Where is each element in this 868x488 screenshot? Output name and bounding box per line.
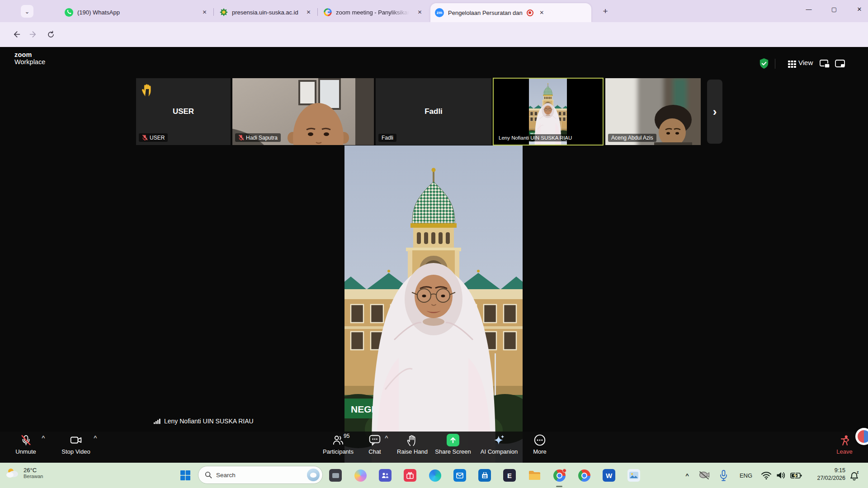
e-letter: E: [507, 472, 512, 479]
security-shield-icon[interactable]: [759, 57, 769, 70]
mic-options-chevron[interactable]: ^: [42, 434, 45, 441]
back-button[interactable]: [10, 28, 23, 41]
window-maximize-button[interactable]: ▢: [826, 0, 843, 18]
tab-close-icon[interactable]: ✕: [415, 8, 424, 17]
clock-widget[interactable]: 9:15 27/02/2026: [808, 467, 845, 482]
more-button[interactable]: More: [512, 432, 568, 463]
picture-in-picture-icon[interactable]: [819, 59, 830, 68]
search-placeholder: Search: [216, 472, 303, 479]
whatsapp-icon: [65, 8, 73, 17]
w-letter: W: [606, 472, 612, 479]
next-participants-button[interactable]: ›: [707, 80, 722, 144]
forward-arrow-icon: [29, 30, 38, 39]
search-highlight-icon[interactable]: [307, 469, 320, 481]
participant-name-text: Hadi Saputra: [246, 135, 278, 141]
view-button[interactable]: View: [798, 59, 813, 66]
reload-button[interactable]: [44, 28, 57, 41]
back-arrow-icon: [12, 30, 21, 39]
participant-name-text: Aceng Abdul Azis: [611, 135, 653, 141]
screen: ⌄ (190) WhatsApp ✕ presensia.uin-suska.a…: [0, 0, 868, 488]
forward-button[interactable]: [27, 28, 40, 41]
tab-close-icon[interactable]: ✕: [200, 8, 209, 17]
tab-zoom-meeting-search[interactable]: zoom meeting - Panyliksikan Go ✕: [320, 4, 428, 20]
tab-close-icon[interactable]: ✕: [538, 9, 546, 17]
participant-name-label: Hadi Saputra: [235, 133, 281, 142]
bell-z-text: z: [857, 470, 859, 474]
chat-icon: [368, 434, 381, 446]
reload-icon: [47, 30, 55, 39]
tab-search-chevron-icon: ⌄: [25, 8, 30, 15]
camera-off-tray-icon[interactable]: [698, 469, 711, 482]
chrome-icon-active[interactable]: [553, 469, 566, 482]
active-speaker-name: Leny Nofianti UIN SUSKA RIAU: [164, 418, 254, 425]
word-icon[interactable]: W: [603, 469, 615, 482]
teams-icon[interactable]: [379, 469, 392, 482]
tray-overflow-chevron[interactable]: ^: [682, 470, 693, 481]
wifi-icon[interactable]: [760, 470, 772, 481]
tab-presensia[interactable]: presensia.uin-suska.ac.id ✕: [216, 4, 316, 20]
share-screen-label: Share Screen: [435, 448, 471, 455]
tab-whatsapp[interactable]: (190) WhatsApp ✕: [61, 4, 212, 20]
snip-tool-icon[interactable]: [329, 469, 342, 482]
video-options-chevron[interactable]: ^: [94, 434, 97, 441]
tab-zoom-active[interactable]: zm Pengelolaan Persuratan dan ✕: [430, 3, 591, 22]
maximize-icon: ▢: [831, 6, 837, 13]
raise-hand-label: Raise Hand: [397, 448, 428, 455]
cloudy-weather-icon: [5, 466, 20, 479]
participants-icon: [332, 434, 344, 446]
mic-muted-icon: [20, 434, 32, 446]
tab-separator: [213, 8, 214, 16]
microsoft-store-icon[interactable]: [478, 469, 491, 482]
window-minimize-button[interactable]: —: [800, 0, 817, 18]
taskbar-search[interactable]: Search: [198, 466, 323, 484]
edge-icon[interactable]: [429, 469, 441, 482]
language-code: ENG: [740, 472, 752, 479]
start-button[interactable]: [179, 469, 192, 482]
weather-widget[interactable]: 26°C Berawan: [5, 466, 43, 479]
tab-close-icon[interactable]: ✕: [304, 8, 313, 17]
leave-icon: [838, 434, 851, 446]
battery-icon[interactable]: [789, 471, 803, 480]
signal-bars-icon: [154, 418, 161, 424]
participant-name-label: USER: [139, 133, 168, 142]
speaker-icon[interactable]: [775, 470, 787, 481]
file-explorer-icon[interactable]: [528, 469, 541, 482]
zoom-favicon-text: zm: [437, 10, 443, 15]
meeting-toolbar: Unmute ^ Stop Video ^ 95 Participants: [0, 432, 868, 463]
new-tab-button[interactable]: +: [599, 5, 612, 18]
participant-tile-aceng[interactable]: Aceng Abdul Azis: [605, 78, 701, 145]
participant-tile-leny-active-speaker[interactable]: Leny Nofianti UIN SUSKA RIAU: [493, 78, 604, 145]
main-speaker-video: [344, 145, 523, 463]
photos-icon[interactable]: [627, 469, 640, 482]
popout-window-icon[interactable]: [835, 59, 845, 68]
participant-name-label: Leny Nofianti UIN SUSKA RIAU: [496, 134, 574, 141]
mail-icon[interactable]: [453, 469, 466, 482]
browser-tab-strip: ⌄ (190) WhatsApp ✕ presensia.uin-suska.a…: [0, 0, 868, 22]
tab-title: presensia.uin-suska.ac.id: [232, 9, 300, 16]
unmute-button[interactable]: Unmute: [0, 432, 54, 463]
tray-time: 9:15: [808, 467, 845, 474]
microphone-tray-icon[interactable]: [718, 469, 729, 482]
windows-taskbar: 26°C Berawan Search E: [0, 463, 868, 488]
e-app-icon[interactable]: E: [503, 469, 516, 482]
language-indicator[interactable]: ENG: [738, 470, 754, 481]
participant-tile-user[interactable]: USER USER: [136, 78, 231, 145]
tab-search-button[interactable]: ⌄: [21, 5, 33, 18]
view-grid-icon: [788, 60, 796, 68]
participant-tile-hadi[interactable]: Hadi Saputra: [232, 78, 374, 145]
chevron-up-icon: ^: [685, 472, 689, 479]
participant-name-label: Fadli: [378, 134, 396, 142]
brain-icon: [858, 430, 868, 443]
rewards-gift-icon[interactable]: [404, 469, 416, 482]
participant-tile-fadli[interactable]: Fadli Fadli: [375, 78, 492, 145]
search-icon: [205, 471, 212, 479]
window-close-button[interactable]: ✕: [851, 0, 868, 18]
uin-suska-logo-icon: [220, 8, 228, 16]
notification-bell-icon[interactable]: z: [847, 469, 861, 482]
ai-companion-icon: [493, 434, 505, 446]
copilot-icon[interactable]: [354, 469, 367, 482]
google-icon: [324, 8, 332, 16]
chrome-profile2-icon[interactable]: [578, 469, 590, 482]
close-icon: ✕: [857, 6, 862, 13]
browser-nav-bar: https://app.zoom.us/wc/98918144477/join?…: [0, 22, 868, 47]
